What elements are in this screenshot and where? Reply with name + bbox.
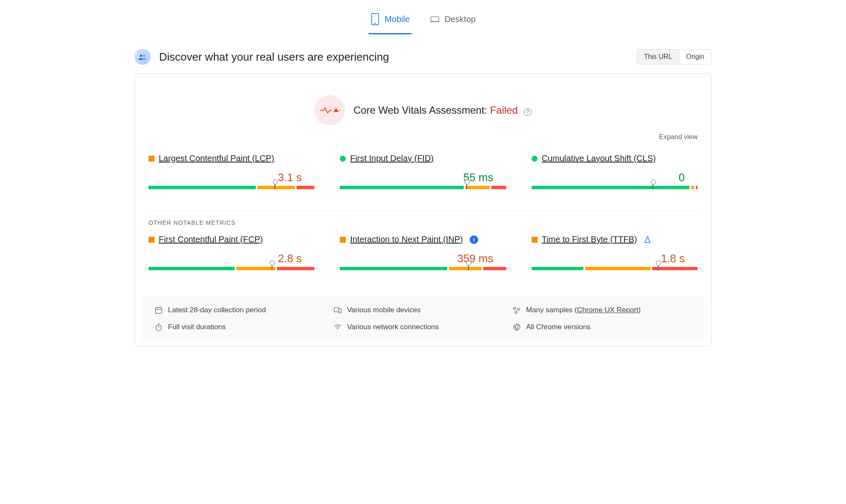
status-indicator: [532, 156, 538, 162]
chrome-icon: [513, 323, 521, 331]
footer-network-text: Various network connections: [347, 323, 439, 331]
footer-devices-text: Various mobile devices: [347, 306, 421, 314]
expand-view-button[interactable]: Expand view: [659, 133, 698, 140]
footer-chrome: All Chrome versions: [513, 323, 692, 331]
other-metrics-label: OTHER NOTABLE METRICS: [142, 219, 704, 230]
footer-devices: Various mobile devices: [333, 306, 513, 314]
divider: [148, 210, 698, 211]
metric-bar: [340, 186, 506, 194]
svg-rect-8: [156, 308, 162, 313]
scope-toggle: This URL Origin: [637, 49, 712, 64]
metric-marker: [468, 263, 469, 270]
core-metrics-grid: Largest Contentful Paint (LCP) 3.1 s Fir…: [142, 149, 704, 207]
status-indicator: [340, 156, 346, 162]
flask-icon: [644, 236, 651, 244]
metric-value: 2.8 s: [148, 252, 302, 265]
status-indicator: [148, 156, 154, 162]
users-icon: [134, 49, 151, 65]
tab-mobile-label: Mobile: [385, 14, 410, 24]
metric-name-link[interactable]: First Input Delay (FID): [350, 154, 434, 163]
metric-name-link[interactable]: Time to First Byte (TTFB): [542, 235, 637, 244]
footer-samples-text: Many samples (Chrome UX Report): [526, 306, 641, 314]
metric-bar: [532, 267, 698, 275]
svg-marker-6: [333, 108, 339, 112]
assessment-status: Failed: [490, 104, 518, 116]
metric-core-2: Cumulative Layout Shift (CLS) 0: [532, 154, 698, 194]
metric-value: 55 ms: [340, 171, 493, 184]
footer-duration: Full visit durations: [154, 323, 333, 331]
svg-point-15: [518, 308, 520, 311]
assessment-status-icon: [314, 95, 345, 126]
desktop-icon: [430, 13, 440, 25]
network-icon: [333, 323, 342, 331]
assessment-text: Core Web Vitals Assessment: Failed ?: [353, 104, 532, 116]
metric-value: 3.1 s: [148, 171, 302, 184]
tab-desktop[interactable]: Desktop: [429, 8, 477, 34]
svg-rect-12: [334, 308, 339, 312]
metric-marker: [272, 263, 272, 270]
footer-samples: Many samples (Chrome UX Report): [513, 306, 692, 314]
metric-name-link[interactable]: Cumulative Layout Shift (CLS): [542, 154, 656, 163]
help-icon[interactable]: ?: [524, 108, 532, 116]
footer-info: Latest 28-day collection period Various …: [142, 297, 704, 341]
status-indicator: [340, 237, 346, 243]
status-indicator: [532, 237, 538, 243]
info-icon[interactable]: i: [470, 235, 478, 244]
metric-core-0: Largest Contentful Paint (LCP) 3.1 s: [148, 154, 314, 194]
metric-marker: [466, 182, 467, 189]
assessment-prefix: Core Web Vitals Assessment:: [353, 104, 490, 116]
device-tabs: Mobile Desktop: [134, 0, 712, 34]
metric-value: 0: [532, 171, 685, 184]
scope-this-url[interactable]: This URL: [637, 50, 679, 64]
metric-bar: [340, 267, 506, 275]
footer-period: Latest 28-day collection period: [154, 306, 333, 314]
stopwatch-icon: [154, 323, 163, 331]
tab-desktop-label: Desktop: [445, 14, 476, 24]
footer-network: Various network connections: [333, 323, 513, 331]
other-metrics-grid: First Contentful Paint (FCP) 2.8 s Inter…: [142, 230, 704, 288]
metric-other-1: Interaction to Next Paint (INP) i 359 ms: [340, 235, 506, 275]
status-indicator: [148, 237, 154, 243]
svg-point-4: [140, 55, 143, 57]
metric-name-link[interactable]: First Contentful Paint (FCP): [159, 235, 263, 244]
metric-bar: [148, 186, 314, 194]
vitals-panel: Core Web Vitals Assessment: Failed ? Exp…: [134, 73, 712, 346]
footer-period-text: Latest 28-day collection period: [168, 306, 266, 314]
svg-point-20: [514, 324, 520, 330]
svg-point-16: [515, 311, 517, 314]
mobile-icon: [370, 13, 380, 25]
svg-point-14: [514, 307, 516, 309]
crux-report-link[interactable]: Chrome UX Report: [577, 306, 639, 314]
svg-point-7: [339, 110, 340, 111]
metric-other-0: First Contentful Paint (FCP) 2.8 s: [148, 235, 314, 275]
metric-other-2: Time to First Byte (TTFB) 1.8 s: [532, 235, 698, 275]
scope-origin[interactable]: Origin: [679, 50, 711, 64]
page-title: Discover what your real users are experi…: [159, 50, 389, 64]
scatter-icon: [513, 306, 521, 314]
metric-name-link[interactable]: Interaction to Next Paint (INP): [350, 235, 463, 244]
metric-marker: [275, 182, 275, 189]
devices-icon: [333, 306, 342, 314]
metric-bar: [532, 186, 698, 194]
metric-name-link[interactable]: Largest Contentful Paint (LCP): [159, 154, 274, 163]
tab-mobile[interactable]: Mobile: [369, 8, 412, 34]
calendar-icon: [154, 306, 163, 314]
metric-value: 1.8 s: [532, 252, 685, 265]
svg-rect-13: [339, 309, 342, 313]
metric-marker: [658, 263, 658, 270]
metric-bar: [148, 267, 314, 275]
svg-rect-2: [431, 17, 439, 22]
svg-point-5: [143, 55, 146, 57]
footer-chrome-text: All Chrome versions: [526, 323, 591, 331]
footer-duration-text: Full visit durations: [168, 323, 226, 331]
metric-core-1: First Input Delay (FID) 55 ms: [340, 154, 506, 194]
metric-marker: [653, 182, 653, 189]
